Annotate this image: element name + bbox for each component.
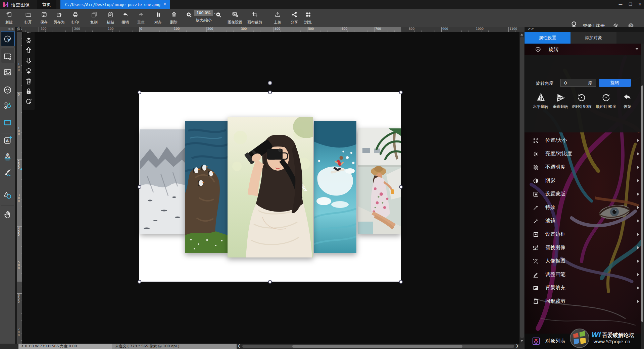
rotate-section-header[interactable]: 旋转	[525, 44, 644, 55]
toolbar-button-print[interactable]: 打印	[67, 10, 83, 26]
tool-select[interactable]	[3, 35, 12, 44]
tab-property-settings[interactable]: 属性设置	[525, 32, 571, 44]
photo-puffins-cliff[interactable]	[185, 121, 228, 253]
mini-move-down[interactable]	[25, 57, 33, 64]
scroll-up-icon[interactable]	[521, 34, 523, 36]
panel-collapse-right[interactable]: >>	[528, 27, 534, 31]
tool-hand[interactable]	[3, 210, 12, 219]
selection-handle[interactable]	[138, 91, 141, 94]
tab-add-object[interactable]: 添加对象	[571, 32, 616, 44]
selection-handle[interactable]	[268, 91, 272, 94]
tab-close-icon[interactable]: ×	[163, 2, 166, 6]
panel-section-portrait-cutout[interactable]: 人像抠图	[525, 255, 644, 268]
tool-sticker[interactable]	[3, 85, 12, 95]
chevron-right-icon[interactable]	[637, 259, 639, 263]
mini-delete[interactable]	[25, 77, 33, 85]
panel-section-shape-crop[interactable]: 同形裁剪	[525, 295, 644, 308]
panel-section-move[interactable]: 位置/大小	[525, 134, 644, 148]
rotate-apply-button[interactable]: 旋转	[599, 79, 631, 87]
canvas-vertical-scrollbar[interactable]	[519, 32, 525, 344]
panel-section-background-fill[interactable]: 背景填充	[525, 282, 644, 295]
toolbar-button-save-as[interactable]: 另存为	[51, 10, 67, 26]
tool-image[interactable]	[3, 68, 12, 77]
flip-action-flip-horizontal[interactable]: 水平翻转	[530, 93, 551, 109]
photo-girl-camera[interactable]: SONY	[228, 117, 313, 257]
toolbar-button-image-settings[interactable]: 图像设置	[226, 10, 244, 26]
toolbar-button-copy[interactable]: 复制	[86, 10, 102, 26]
chevron-right-icon[interactable]	[637, 139, 639, 142]
window-maximize-button[interactable]: ❐	[627, 2, 634, 7]
panel-section-effects[interactable]: 特效	[525, 201, 644, 215]
photo-snow-mountains[interactable]	[140, 129, 187, 234]
rotation-handle[interactable]	[268, 81, 272, 85]
chevron-right-icon[interactable]	[637, 179, 639, 182]
mini-lock[interactable]	[25, 88, 33, 95]
panel-section-mask[interactable]: 设置蒙版	[525, 188, 644, 201]
canvas-horizontal-scrollbar[interactable]	[242, 345, 514, 348]
chevron-right-icon[interactable]	[637, 286, 639, 290]
tool-word-art[interactable]: A	[3, 152, 12, 161]
zoom-level-select[interactable]: 100.0%	[194, 10, 213, 16]
chevron-right-icon[interactable]	[637, 166, 639, 169]
toolbar-button-undo[interactable]: 撤销	[117, 10, 133, 26]
toolbar-button-browse[interactable]: 浏览	[299, 10, 317, 26]
tool-add-text[interactable]: A	[3, 136, 12, 145]
toolbar-button-new-file[interactable]: 新建	[1, 10, 17, 26]
mini-bring-to-front[interactable]	[25, 37, 33, 44]
tab-home[interactable]: 首页	[37, 0, 56, 9]
chevron-right-icon[interactable]	[637, 219, 639, 223]
chevron-right-icon[interactable]	[637, 300, 639, 303]
toolbar-button-canvas-crop[interactable]: 画布裁剪	[245, 10, 264, 26]
zoom-in-icon[interactable]	[186, 11, 192, 18]
tool-shape[interactable]	[3, 191, 12, 200]
mini-rotate-select[interactable]	[25, 98, 33, 105]
toolbar-button-align[interactable]: 对齐	[150, 10, 166, 26]
toolbar-button-paste[interactable]: 粘贴	[103, 10, 118, 26]
panel-section-shadow[interactable]: 阴影	[525, 174, 644, 188]
panel-section-filter[interactable]: 滤镜	[525, 215, 644, 228]
panel-section-brightness[interactable]: 亮度/对比度	[525, 148, 644, 161]
chevron-right-icon[interactable]	[637, 152, 639, 156]
chevron-right-icon[interactable]	[637, 233, 639, 236]
selection-handle[interactable]	[138, 185, 141, 189]
tool-marquee[interactable]	[3, 52, 12, 61]
panel-section-border[interactable]: 设置边框	[525, 228, 644, 241]
mini-send-to-back[interactable]	[25, 67, 33, 75]
flip-action-rotate-ccw-90[interactable]: 逆时针90度	[571, 93, 592, 109]
panel-section-replace-image[interactable]: 替换图像	[525, 241, 644, 255]
selection-handle[interactable]	[399, 185, 403, 189]
chevron-right-icon[interactable]	[637, 206, 639, 209]
tab-open-file[interactable]: C:/Users/Air/Desktop/image_puzzle_one.pn…	[60, 0, 170, 9]
flip-action-flip-vertical[interactable]: 垂直翻转	[550, 93, 571, 109]
toolbar-button-open-folder[interactable]: 打开	[20, 10, 36, 26]
panel-collapse-left[interactable]: >>	[8, 27, 14, 31]
scroll-left-icon[interactable]: ❮	[238, 344, 240, 348]
panel-section-adjust-brush[interactable]: 调整画笔	[525, 268, 644, 282]
flip-action-restore[interactable]: 恢复	[617, 93, 638, 109]
selection-handle[interactable]	[138, 280, 141, 284]
chevron-right-icon[interactable]	[637, 246, 639, 249]
scroll-right-icon[interactable]: ❯	[516, 344, 518, 348]
scroll-down-icon[interactable]	[521, 340, 523, 342]
mini-drag-handle[interactable]	[25, 32, 33, 36]
mini-move-up[interactable]	[25, 46, 33, 54]
tool-brush[interactable]	[3, 168, 12, 177]
zoom-out-icon[interactable]	[215, 11, 222, 18]
horizontal-scroll-thumb[interactable]	[292, 345, 462, 348]
artboard-selection[interactable]: SONY	[139, 92, 401, 282]
chevron-right-icon[interactable]	[637, 192, 639, 196]
window-minimize-button[interactable]: —	[617, 2, 624, 7]
flip-action-rotate-cw-90[interactable]: 顺时针90度	[596, 93, 616, 109]
window-close-button[interactable]: ×	[636, 2, 644, 7]
canvas-area[interactable]: SONY	[22, 32, 519, 344]
tool-bubbles[interactable]	[3, 101, 12, 110]
photo-surfer-wave[interactable]	[314, 121, 356, 253]
toolbar-button-upload[interactable]: 上传	[268, 10, 287, 26]
toolbar-button-trash[interactable]: 删除	[166, 10, 182, 26]
tool-rectangle[interactable]	[3, 118, 12, 127]
rotate-angle-input[interactable]: 0 度	[560, 79, 596, 87]
toolbar-button-save[interactable]: 保存	[36, 10, 52, 26]
selection-handle[interactable]	[399, 91, 403, 94]
chevron-right-icon[interactable]	[637, 273, 639, 276]
vertical-scroll-thumb[interactable]	[520, 37, 524, 338]
